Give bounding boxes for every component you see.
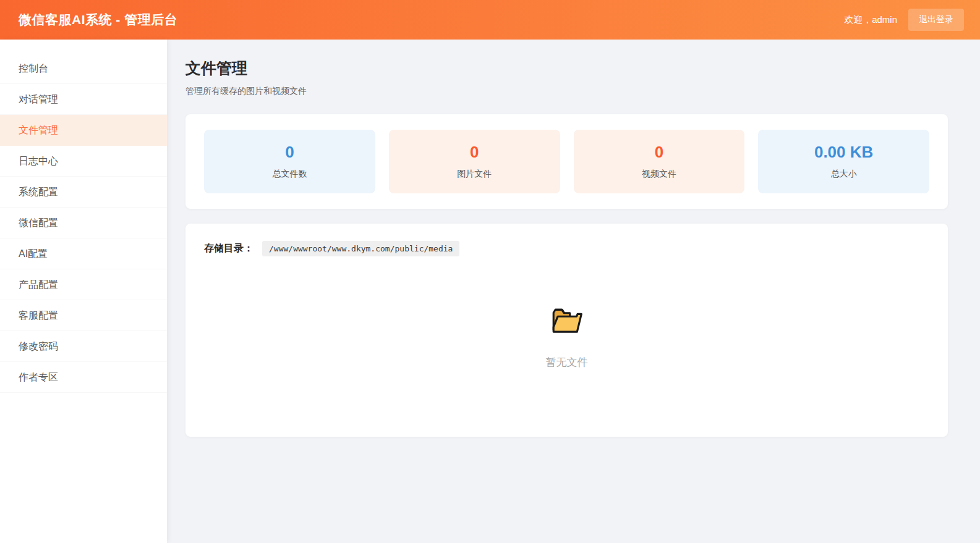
- stat-label: 总大小: [764, 169, 923, 180]
- page-title: 文件管理: [185, 58, 948, 78]
- stat-box-1: 0图片文件: [389, 130, 560, 193]
- stat-box-2: 0视频文件: [574, 130, 745, 193]
- stat-label: 图片文件: [395, 169, 554, 180]
- sidebar-item-change-password[interactable]: 修改密码: [0, 331, 167, 362]
- header-right-group: 欢迎，admin 退出登录: [844, 9, 964, 31]
- stat-value: 0: [210, 142, 369, 163]
- stat-label: 总文件数: [210, 169, 369, 180]
- app-header: 微信客服AI系统 - 管理后台 欢迎，admin 退出登录: [0, 0, 980, 40]
- welcome-user-text: 欢迎，admin: [844, 14, 897, 26]
- sidebar-nav: 控制台对话管理文件管理日志中心系统配置微信配置AI配置产品配置客服配置修改密码作…: [0, 40, 167, 543]
- open-folder-icon: [550, 306, 584, 337]
- sidebar-item-console[interactable]: 控制台: [0, 53, 167, 84]
- sidebar-item-conversations[interactable]: 对话管理: [0, 84, 167, 115]
- sidebar-item-logs[interactable]: 日志中心: [0, 146, 167, 177]
- sidebar-item-product-config[interactable]: 产品配置: [0, 269, 167, 300]
- sidebar-item-files[interactable]: 文件管理: [0, 115, 167, 146]
- storage-directory-path: /www/wwwroot/www.dkym.com/public/media: [262, 241, 459, 256]
- main-content: 文件管理 管理所有缓存的图片和视频文件 0总文件数0图片文件0视频文件0.00 …: [167, 40, 980, 543]
- stat-label: 视频文件: [580, 169, 739, 180]
- sidebar-item-system-config[interactable]: 系统配置: [0, 177, 167, 208]
- empty-file-state: 暂无文件: [204, 256, 929, 425]
- stat-value: 0: [580, 142, 739, 163]
- empty-file-text: 暂无文件: [204, 355, 929, 369]
- logout-button[interactable]: 退出登录: [908, 9, 964, 31]
- sidebar-item-ai-config[interactable]: AI配置: [0, 238, 167, 269]
- stat-value: 0.00 KB: [764, 142, 923, 163]
- stats-grid: 0总文件数0图片文件0视频文件0.00 KB总大小: [204, 130, 929, 193]
- sidebar-item-wechat-config[interactable]: 微信配置: [0, 208, 167, 238]
- stat-box-3: 0.00 KB总大小: [758, 130, 929, 193]
- file-list-card: 存储目录： /www/wwwroot/www.dkym.com/public/m…: [185, 224, 948, 437]
- storage-directory-row: 存储目录： /www/wwwroot/www.dkym.com/public/m…: [204, 241, 929, 256]
- app-body: 控制台对话管理文件管理日志中心系统配置微信配置AI配置产品配置客服配置修改密码作…: [0, 40, 980, 543]
- stat-value: 0: [395, 142, 554, 163]
- app-title: 微信客服AI系统 - 管理后台: [19, 11, 177, 28]
- page-subtitle: 管理所有缓存的图片和视频文件: [185, 86, 948, 97]
- sidebar-item-service-config[interactable]: 客服配置: [0, 300, 167, 331]
- stat-box-0: 0总文件数: [204, 130, 375, 193]
- stats-card: 0总文件数0图片文件0视频文件0.00 KB总大小: [185, 114, 948, 209]
- sidebar-item-author-zone[interactable]: 作者专区: [0, 362, 167, 393]
- storage-directory-label: 存储目录：: [204, 242, 254, 255]
